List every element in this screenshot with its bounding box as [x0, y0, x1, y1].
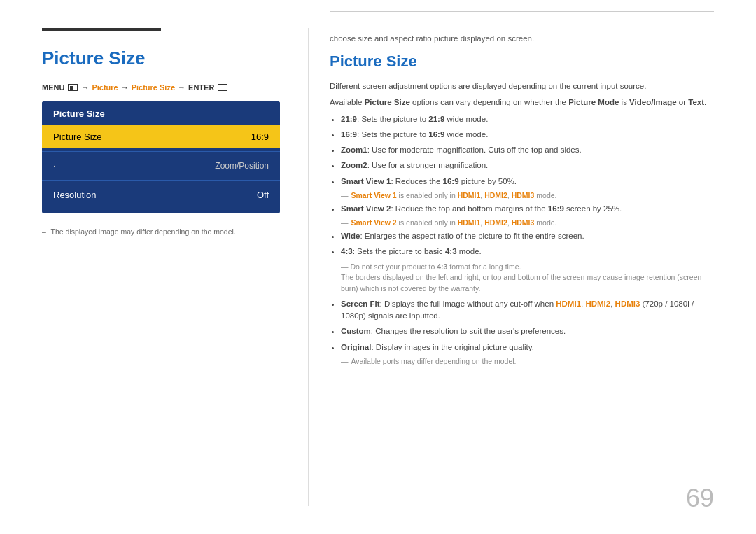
- desc2-end: .: [704, 98, 706, 106]
- menu-icon: [68, 84, 78, 91]
- desc2-bold4: Text: [688, 98, 704, 106]
- desc2: Available Picture Size options can vary …: [330, 97, 714, 108]
- picture-link: Picture: [92, 83, 118, 92]
- left-column: Picture Size MENU → Picture → Picture Si…: [42, 28, 308, 506]
- bullet-219: 21:9: Sets the picture to 21:9 wide mode…: [341, 113, 714, 125]
- menu-box: Picture Size Picture Size 16:9 · Zoom/Po…: [42, 101, 280, 213]
- enter-icon: [218, 84, 227, 91]
- menu-box-title: Picture Size: [42, 101, 280, 125]
- desc2-mid3: or: [677, 98, 689, 106]
- note-text: – The displayed image may differ dependi…: [42, 227, 280, 236]
- bullet-wide: Wide: Enlarges the aspect ratio of the p…: [341, 230, 714, 242]
- section-title-right: Picture Size: [330, 52, 714, 71]
- menu-divider-1: [42, 151, 280, 152]
- warning-43: — Do not set your product to 4:3 format …: [341, 262, 714, 295]
- bullet-169: 16:9: Sets the picture to 16:9 wide mode…: [341, 129, 714, 141]
- bullet-list-2: Smart View 2: Reduce the top and bottom …: [341, 203, 714, 215]
- menu-item-picture-size-label: Picture Size: [53, 132, 102, 142]
- desc2-pre: Available: [330, 98, 365, 106]
- subnote-original: — Available ports may differ depending o…: [341, 357, 714, 365]
- bullet-zoom2: Zoom2: Use for a stronger magnification.: [341, 160, 714, 171]
- menu-item-resolution-label: Resolution: [53, 190, 96, 200]
- subnote-smartview2: — Smart View 2 is enabled only in HDMI1,…: [341, 218, 714, 227]
- top-bar-left: [42, 28, 161, 31]
- desc2-mid: options can vary depending on whether th…: [410, 98, 568, 106]
- desc2-bold3: Video/Image: [629, 98, 677, 106]
- menu-item-resolution[interactable]: Resolution Off: [42, 183, 280, 206]
- desc2-bold: Picture Size: [365, 98, 410, 106]
- menu-word: MENU: [42, 83, 64, 92]
- desc1: Different screen adjustment options are …: [330, 80, 714, 92]
- menu-item-picture-size[interactable]: Picture Size 16:9: [42, 125, 280, 148]
- menu-item-zoom[interactable]: · Zoom/Position: [42, 155, 280, 177]
- page-title-left: Picture Size: [42, 48, 280, 69]
- bullet-list: 21:9: Sets the picture to 21:9 wide mode…: [341, 113, 714, 188]
- menu-item-picture-size-value: 16:9: [251, 132, 269, 142]
- bullet-list-3: Wide: Enlarges the aspect ratio of the p…: [341, 230, 714, 258]
- desc2-bold2: Picture Mode: [568, 98, 619, 106]
- bullet-smartview2: Smart View 2: Reduce the top and bottom …: [341, 203, 714, 215]
- menu-path: MENU → Picture → Picture Size → ENTER: [42, 83, 280, 92]
- menu-item-zoom-label: Zoom/Position: [215, 161, 269, 171]
- enter-word: ENTER: [188, 83, 214, 92]
- right-column: choose size and aspect ratio picture dis…: [308, 28, 714, 506]
- top-bar-right: [330, 11, 714, 12]
- bullet-original: Original: Display images in the original…: [341, 342, 714, 353]
- arrow3: →: [178, 83, 186, 92]
- bullet-43: 4:3: Sets the picture to basic 4:3 mode.: [341, 246, 714, 258]
- bullet-screenfit: Screen Fit: Displays the full image with…: [341, 298, 714, 323]
- intro-text: choose size and aspect ratio picture dis…: [330, 34, 714, 43]
- bullet-smartview1: Smart View 1: Reduces the 16:9 picture b…: [341, 176, 714, 188]
- bullet-zoom1: Zoom1: Use for moderate magnification. C…: [341, 144, 714, 156]
- desc2-mid2: is: [619, 98, 629, 106]
- picture-size-link: Picture Size: [132, 83, 175, 92]
- menu-divider-2: [42, 180, 280, 181]
- bullet-list-4: Screen Fit: Displays the full image with…: [341, 298, 714, 353]
- zoom-bullet: ·: [53, 161, 55, 171]
- page-number: 69: [686, 484, 714, 513]
- arrow2: →: [121, 83, 129, 92]
- menu-item-resolution-value: Off: [257, 190, 269, 200]
- page-container: Picture Size MENU → Picture → Picture Si…: [0, 0, 756, 534]
- arrow1: →: [81, 83, 89, 92]
- bullet-custom: Custom: Changes the resolution to suit t…: [341, 325, 714, 337]
- subnote-smartview1: — Smart View 1 is enabled only in HDMI1,…: [341, 191, 714, 199]
